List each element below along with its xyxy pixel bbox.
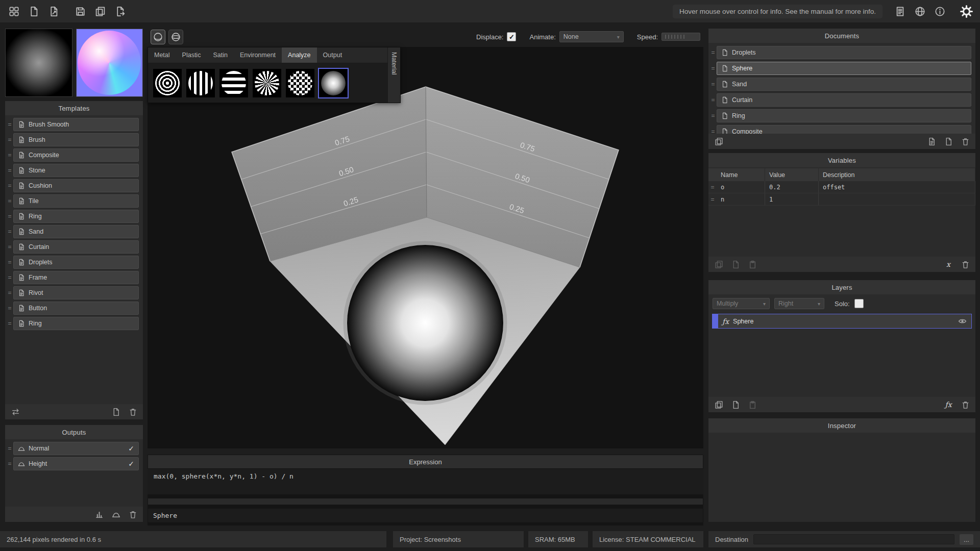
duplicate-document-button[interactable] (713, 136, 724, 147)
drag-handle[interactable]: = (709, 128, 717, 134)
variable-description[interactable]: offset (819, 181, 975, 193)
template-item[interactable]: Curtain (13, 240, 139, 254)
variable-value[interactable]: 1 (765, 193, 819, 205)
drag-handle[interactable]: = (708, 193, 717, 205)
manual-button[interactable] (892, 4, 908, 19)
layer-drag-handle[interactable] (713, 314, 718, 328)
document-item[interactable]: Sand (717, 78, 971, 91)
export-button[interactable] (112, 4, 128, 19)
paste-layer-button[interactable] (747, 399, 758, 410)
drag-handle[interactable]: = (709, 112, 717, 119)
speed-slider[interactable] (662, 33, 700, 41)
blend-mode-select[interactable]: Multiply ▾ (713, 298, 770, 309)
variable-name[interactable]: n (717, 193, 765, 205)
save-template-button[interactable] (110, 406, 121, 417)
document-item[interactable]: Droplets (717, 46, 971, 59)
duplicate-layer-button[interactable] (713, 399, 724, 410)
material-thumb-vstripes[interactable] (185, 68, 216, 98)
drag-handle[interactable]: = (6, 289, 13, 296)
save-copy-button[interactable] (92, 4, 108, 19)
drag-handle[interactable]: = (709, 65, 717, 72)
variable-value[interactable]: 0.2 (765, 181, 819, 193)
document-item[interactable]: Sphere (717, 62, 971, 75)
drag-handle[interactable]: = (709, 49, 717, 56)
open-document-button[interactable] (46, 4, 61, 19)
tab-plastic[interactable]: Plastic (176, 47, 207, 63)
template-item[interactable]: Frame (13, 271, 139, 284)
drag-handle[interactable]: = (708, 181, 717, 193)
layer-expression-button[interactable]: ƒx (943, 399, 954, 410)
normal-map-preview[interactable] (76, 29, 143, 97)
template-item[interactable]: Ring (13, 210, 139, 223)
tab-metal[interactable]: Metal (148, 47, 176, 63)
drag-handle[interactable]: = (6, 274, 13, 281)
material-thumb-hstripes[interactable] (218, 68, 249, 98)
drag-handle[interactable]: = (6, 243, 13, 251)
variable-row[interactable]: =o0.2offset (708, 181, 975, 193)
drag-handle[interactable]: = (6, 228, 13, 235)
displace-checkbox[interactable]: ✓ (507, 32, 516, 41)
drag-handle[interactable]: = (6, 152, 13, 159)
expression-editor[interactable]: max(0, sphere(x*n, y*n, 1) - o) / n (148, 469, 703, 494)
drag-handle[interactable]: = (6, 167, 13, 174)
template-item[interactable]: Sand (13, 225, 139, 238)
material-side-tab[interactable]: Material (387, 47, 400, 103)
delete-layer-button[interactable] (960, 399, 971, 410)
delete-template-button[interactable] (127, 406, 138, 417)
template-item[interactable]: Composite (13, 148, 139, 162)
settings-button[interactable] (959, 4, 974, 19)
tab-satin[interactable]: Satin (207, 47, 234, 63)
drag-handle[interactable]: = (6, 259, 13, 266)
delete-document-button[interactable] (960, 136, 971, 147)
horizontal-scrollbar[interactable] (148, 498, 703, 505)
template-item[interactable]: Stone (13, 164, 139, 177)
drag-handle[interactable]: = (6, 182, 13, 189)
3d-viewport[interactable]: 0.75 0.50 0.25 0.75 0.50 0.25 (148, 47, 703, 448)
new-variable-button[interactable] (730, 259, 741, 270)
animate-select[interactable]: None ▾ (559, 31, 624, 42)
add-variable-button[interactable]: x (943, 259, 954, 270)
document-item[interactable]: Curtain (717, 93, 971, 107)
output-item[interactable]: Height✓ (13, 457, 139, 470)
material-thumb-rings[interactable] (152, 68, 183, 98)
drag-handle[interactable]: = (6, 305, 13, 312)
document-item[interactable]: Ring (717, 109, 971, 122)
material-thumb-radial[interactable] (318, 68, 349, 98)
height-map-preview[interactable] (5, 29, 72, 97)
tab-analyze[interactable]: Analyze (282, 47, 316, 63)
delete-variable-button[interactable] (960, 259, 971, 270)
new-layer-button[interactable] (730, 399, 741, 410)
solo-checkbox[interactable] (854, 299, 864, 308)
template-item[interactable]: Brush (13, 133, 139, 146)
drag-handle[interactable]: = (6, 197, 13, 205)
save-button[interactable] (72, 4, 88, 19)
histogram-button[interactable] (93, 509, 105, 520)
template-item[interactable]: Ring (13, 317, 139, 330)
drag-handle[interactable]: = (6, 213, 13, 220)
template-item[interactable]: Cushion (13, 179, 139, 192)
reload-templates-button[interactable] (10, 406, 21, 417)
layer-item[interactable]: ƒxSphere (712, 314, 972, 329)
preview-material-button[interactable] (168, 30, 183, 44)
preview-3d-button[interactable] (151, 30, 165, 44)
save-document-button[interactable] (926, 136, 937, 147)
material-thumb-rays[interactable] (252, 68, 282, 98)
layer-visibility-button[interactable] (957, 316, 968, 327)
tab-output[interactable]: Output (317, 47, 349, 63)
variable-description[interactable] (819, 193, 975, 205)
new-document-button[interactable] (943, 136, 954, 147)
slider-grip[interactable] (665, 35, 685, 39)
delete-output-button[interactable] (127, 509, 138, 520)
waveform-button[interactable] (110, 509, 121, 520)
drag-handle[interactable]: = (6, 320, 13, 327)
drag-handle[interactable]: = (709, 81, 717, 88)
template-item[interactable]: Tile (13, 194, 139, 208)
align-select[interactable]: Right ▾ (774, 298, 824, 309)
website-button[interactable] (912, 4, 927, 19)
template-item[interactable]: Brush Smooth (13, 118, 139, 131)
document-item[interactable]: Composite (717, 125, 971, 134)
copy-variable-button[interactable] (713, 259, 724, 270)
variable-row[interactable]: =n1 (708, 193, 975, 206)
material-thumb-checker[interactable] (285, 68, 315, 98)
drag-handle[interactable]: = (6, 460, 13, 467)
